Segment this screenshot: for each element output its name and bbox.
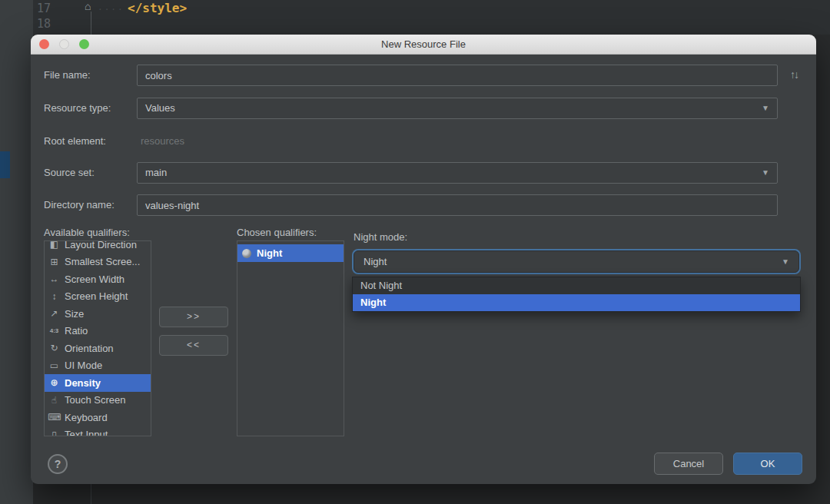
ui-mode-icon: ▭ bbox=[48, 360, 61, 371]
night-icon bbox=[242, 249, 251, 258]
screen-width-icon: ↔ bbox=[48, 274, 61, 284]
density-icon: ⊕ bbox=[48, 377, 61, 388]
chevron-down-icon: ▼ bbox=[762, 163, 769, 183]
popup-option-night[interactable]: Night bbox=[353, 294, 800, 311]
line-number: 17 bbox=[37, 2, 51, 15]
move-right-button[interactable]: >> bbox=[159, 307, 228, 327]
list-item-ui-mode[interactable]: ▭ UI Mode bbox=[45, 357, 151, 375]
list-item-label: Density bbox=[65, 377, 101, 389]
code-text: </style> bbox=[128, 1, 187, 15]
list-item-label: Layout Direction bbox=[65, 240, 137, 250]
smallest-screen-icon: ⊞ bbox=[48, 257, 61, 267]
chosen-qualifiers-label: Chosen qualifiers: bbox=[237, 227, 317, 238]
dialog-title: New Resource File bbox=[31, 38, 816, 50]
resource-type-dropdown[interactable]: Values ▼ bbox=[137, 98, 778, 119]
keyboard-icon: ⌨ bbox=[48, 412, 61, 423]
list-item-label: Ratio bbox=[65, 325, 88, 337]
file-name-input[interactable] bbox=[137, 65, 778, 86]
layout-direction-icon: ◧ bbox=[48, 240, 61, 250]
whitespace-dots: ···· bbox=[98, 2, 125, 15]
popup-option-not-night[interactable]: Not Night bbox=[353, 277, 800, 294]
list-item-touch-screen[interactable]: ☝ Touch Screen bbox=[45, 392, 151, 410]
list-item-density[interactable]: ⊕ Density bbox=[45, 374, 151, 392]
available-qualifiers-list: ◧ Layout Direction ⊞ Smallest Scree... ↔… bbox=[44, 240, 151, 436]
directory-name-input[interactable] bbox=[137, 194, 778, 216]
directory-name-label: Directory name: bbox=[44, 199, 115, 211]
history-arrows-icon: ↑↓ bbox=[790, 68, 798, 81]
source-set-value: main bbox=[145, 167, 167, 178]
list-item-text-input[interactable]: ▯ Text Input bbox=[45, 426, 151, 437]
list-item-label: Keyboard bbox=[65, 412, 108, 423]
ok-button[interactable]: OK bbox=[733, 453, 802, 475]
source-set-dropdown[interactable]: main ▼ bbox=[137, 162, 778, 184]
source-set-label: Source set: bbox=[44, 167, 95, 178]
resource-type-label: Resource type: bbox=[44, 102, 111, 114]
list-item-label: Text Input bbox=[65, 429, 108, 436]
file-name-label: File name: bbox=[44, 69, 91, 81]
chosen-item-night[interactable]: Night bbox=[237, 244, 344, 262]
list-item-label: Size bbox=[65, 308, 84, 320]
cancel-button[interactable]: Cancel bbox=[654, 453, 723, 475]
dialog-titlebar[interactable]: New Resource File bbox=[31, 35, 816, 55]
root-element-value: resources bbox=[141, 135, 184, 147]
root-element-label: Root element: bbox=[44, 135, 106, 147]
move-left-button[interactable]: << bbox=[159, 335, 228, 356]
text-input-icon: ▯ bbox=[48, 429, 61, 436]
list-item-label: Screen Height bbox=[65, 290, 128, 302]
project-panel-strip bbox=[0, 0, 33, 504]
list-item-screen-width[interactable]: ↔ Screen Width bbox=[45, 270, 151, 288]
chevron-down-icon: ▼ bbox=[782, 251, 789, 272]
ratio-icon: 4:3 bbox=[48, 327, 61, 334]
list-item-ratio[interactable]: 4:3 Ratio bbox=[45, 323, 151, 340]
night-mode-popup: Not Night Night bbox=[352, 277, 801, 312]
fold-marker-icon[interactable]: ⌂ bbox=[85, 0, 91, 12]
list-item-label: UI Mode bbox=[65, 360, 102, 371]
list-item-layout-direction[interactable]: ◧ Layout Direction bbox=[45, 240, 151, 254]
size-icon: ↗ bbox=[48, 308, 61, 319]
chosen-item-label: Night bbox=[257, 247, 282, 259]
project-selection-band bbox=[0, 151, 10, 178]
list-item-label: Orientation bbox=[65, 343, 114, 354]
indent-guide bbox=[91, 12, 91, 35]
screen: 17 18 ⌂ ···· </style> New Resource File … bbox=[0, 0, 830, 504]
list-item-label: Touch Screen bbox=[65, 394, 126, 406]
night-mode-dropdown[interactable]: Night ▼ bbox=[354, 250, 799, 273]
night-mode-label: Night mode: bbox=[354, 231, 407, 243]
line-number: 18 bbox=[37, 17, 51, 31]
indent-guide bbox=[91, 484, 91, 504]
night-mode-value: Night bbox=[364, 256, 387, 267]
list-item-label: Screen Width bbox=[65, 274, 124, 285]
resource-type-value: Values bbox=[145, 102, 175, 114]
help-button[interactable]: ? bbox=[48, 454, 68, 474]
list-item-orientation[interactable]: ↻ Orientation bbox=[45, 340, 151, 357]
orientation-icon: ↻ bbox=[48, 343, 61, 353]
list-item-size[interactable]: ↗ Size bbox=[45, 305, 151, 323]
available-qualifiers-label: Available qualifiers: bbox=[44, 227, 130, 238]
chosen-qualifiers-list: Night bbox=[237, 240, 344, 436]
list-item-label: Smallest Scree... bbox=[65, 256, 140, 267]
screen-height-icon: ↕ bbox=[48, 291, 61, 302]
code-editor-background: 17 18 ⌂ ···· </style> bbox=[0, 0, 830, 35]
chevron-down-icon: ▼ bbox=[762, 98, 769, 118]
new-resource-file-dialog: New Resource File File name: ↑↓ Resource… bbox=[31, 35, 816, 484]
list-item-screen-height[interactable]: ↕ Screen Height bbox=[45, 288, 151, 306]
list-item-keyboard[interactable]: ⌨ Keyboard bbox=[45, 409, 151, 426]
list-item-smallest-screen[interactable]: ⊞ Smallest Scree... bbox=[45, 254, 151, 271]
touch-screen-icon: ☝ bbox=[48, 395, 61, 406]
